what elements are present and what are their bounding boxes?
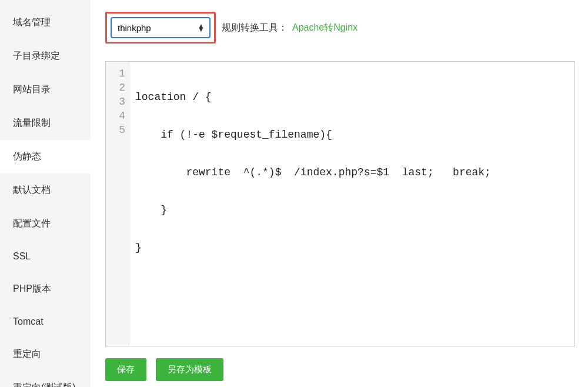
button-row: 保存 另存为模板 xyxy=(105,358,575,381)
line-number: 3 xyxy=(106,95,125,109)
sidebar-item-php-version[interactable]: PHP版本 xyxy=(0,272,91,306)
sidebar-item-subdir[interactable]: 子目录绑定 xyxy=(0,39,91,73)
line-number: 4 xyxy=(106,109,125,123)
sidebar-item-traffic-limit[interactable]: 流量限制 xyxy=(0,106,91,140)
sidebar-item-tomcat[interactable]: Tomcat xyxy=(0,306,91,338)
sidebar-item-redirect-beta[interactable]: 重定向(测试版) xyxy=(0,371,91,387)
editor-gutter: 1 2 3 4 5 xyxy=(106,62,129,346)
sidebar-item-redirect[interactable]: 重定向 xyxy=(0,338,91,371)
code-line: } xyxy=(135,203,569,217)
sidebar: 域名管理 子目录绑定 网站目录 流量限制 伪静态 默认文档 配置文件 SSL P… xyxy=(0,0,91,387)
line-number: 2 xyxy=(106,81,125,95)
code-editor[interactable]: 1 2 3 4 5 location / { if (!-e $request_… xyxy=(105,61,575,346)
sidebar-item-domain[interactable]: 域名管理 xyxy=(0,6,91,39)
save-as-template-button[interactable]: 另存为模板 xyxy=(156,358,223,381)
code-line: rewrite ^(.*)$ /index.php?s=$1 last; bre… xyxy=(135,165,569,179)
apache-to-nginx-link[interactable]: Apache转Nginx xyxy=(292,22,358,34)
sidebar-item-rewrite[interactable]: 伪静态 xyxy=(0,140,91,174)
toolbar: thinkphp ▲▼ 规则转换工具： Apache转Nginx xyxy=(105,12,575,44)
line-number: 5 xyxy=(106,123,125,137)
sidebar-item-config-file[interactable]: 配置文件 xyxy=(0,207,91,241)
code-line: location / { xyxy=(135,90,569,104)
code-line: } xyxy=(135,241,569,255)
code-line: if (!-e $request_filename){ xyxy=(135,128,569,142)
template-select[interactable]: thinkphp xyxy=(111,17,211,38)
rule-convert-label: 规则转换工具： xyxy=(222,22,288,34)
select-highlight-annotation: thinkphp ▲▼ xyxy=(105,12,216,44)
sidebar-item-ssl[interactable]: SSL xyxy=(0,241,91,272)
main-panel: thinkphp ▲▼ 规则转换工具： Apache转Nginx 1 2 3 4… xyxy=(91,0,588,387)
template-select-wrap: thinkphp ▲▼ xyxy=(111,17,211,38)
sidebar-item-default-doc[interactable]: 默认文档 xyxy=(0,174,91,207)
sidebar-item-site-dir[interactable]: 网站目录 xyxy=(0,73,91,106)
line-number: 1 xyxy=(106,66,125,81)
save-button[interactable]: 保存 xyxy=(105,358,146,381)
editor-content[interactable]: location / { if (!-e $request_filename){… xyxy=(129,62,574,346)
